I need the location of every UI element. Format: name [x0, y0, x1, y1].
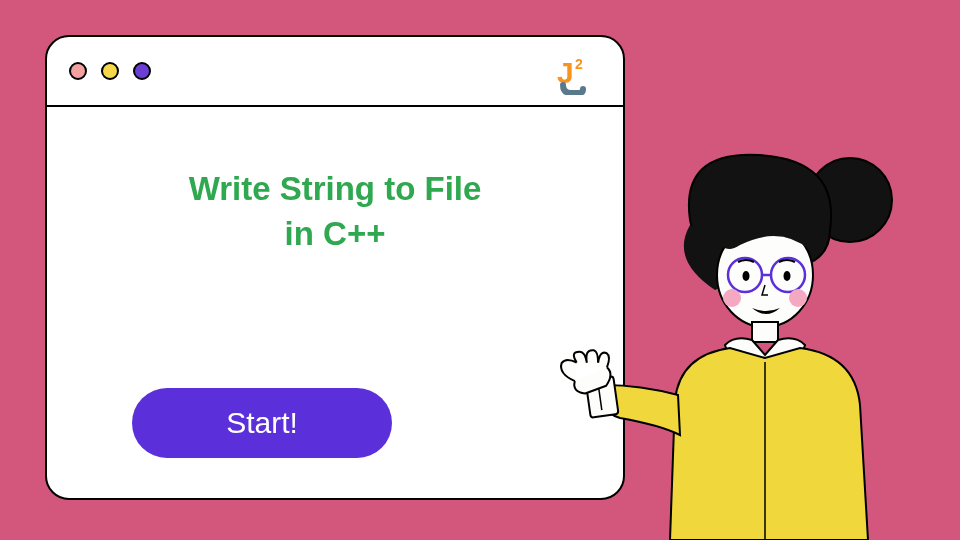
page-title: Write String to File in C++	[77, 167, 593, 256]
titlebar: J 2	[47, 37, 623, 107]
window-content: Write String to File in C++	[47, 107, 623, 286]
svg-rect-11	[752, 322, 778, 342]
svg-point-9	[723, 289, 741, 307]
svg-point-10	[789, 289, 807, 307]
minimize-dot-icon	[101, 62, 119, 80]
window-controls	[69, 62, 151, 80]
j2-logo-icon: J 2	[553, 53, 595, 99]
browser-window: J 2 Write String to File in C++ Start!	[45, 35, 625, 500]
svg-point-8	[784, 271, 791, 281]
maximize-dot-icon	[133, 62, 151, 80]
start-button[interactable]: Start!	[132, 388, 392, 458]
svg-point-7	[743, 271, 750, 281]
svg-text:2: 2	[575, 56, 583, 72]
heading-line-1: Write String to File	[189, 170, 482, 207]
heading-line-2: in C++	[285, 215, 386, 252]
character-illustration-icon	[540, 140, 920, 540]
close-dot-icon	[69, 62, 87, 80]
